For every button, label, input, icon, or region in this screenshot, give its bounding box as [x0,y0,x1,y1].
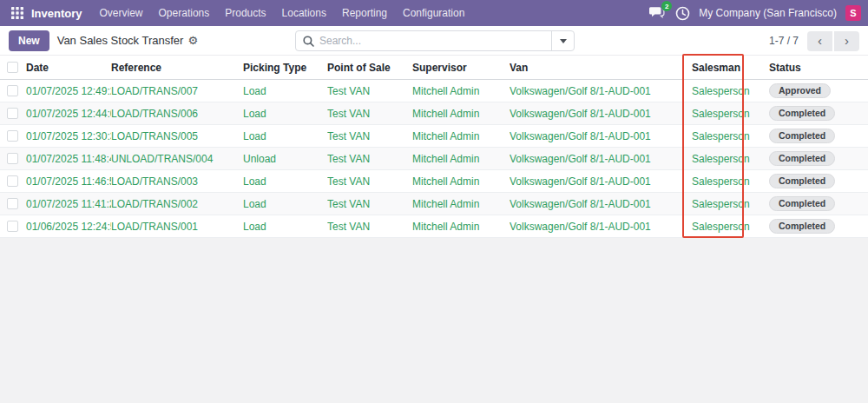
cell-supervisor: Mitchell Admin [412,85,510,97]
cell-status: Completed [755,196,868,211]
table-header-row: Date Reference Picking Type Point of Sal… [0,56,868,80]
cell-supervisor: Mitchell Admin [412,221,510,233]
apps-grid-icon[interactable] [7,3,28,23]
cell-supervisor: Mitchell Admin [412,108,510,120]
table-row[interactable]: 01/07/2025 11:48:44 UNLOAD/TRANS/004 Unl… [0,148,868,170]
row-check-cell [0,108,24,119]
cell-date: 01/07/2025 11:48:44 [24,153,111,165]
header-salesman[interactable]: Salesman [683,62,755,74]
page-title: Van Sales Stock Transfer [57,34,184,47]
cell-reference: UNLOAD/TRANS/004 [111,153,243,165]
row-check-cell [0,153,24,164]
row-checkbox[interactable] [7,130,18,142]
new-button[interactable]: New [9,30,49,51]
cell-point-of-sale: Test VAN [327,198,412,210]
cell-reference: LOAD/TRANS/005 [111,130,243,142]
cell-van: Volkswagen/Golf 8/1-AUD-001 [510,221,683,233]
cell-status: Completed [755,219,868,234]
row-checkbox[interactable] [7,198,18,209]
table-row[interactable]: 01/07/2025 12:44:06 LOAD/TRANS/006 Load … [0,102,868,125]
row-check-cell [0,221,24,232]
header-van[interactable]: Van [510,62,683,74]
cell-point-of-sale: Test VAN [327,85,412,97]
cell-salesman: Salesperson [683,175,755,188]
table-row[interactable]: 01/07/2025 11:46:54 LOAD/TRANS/003 Load … [0,170,868,193]
row-check-cell [0,175,24,187]
header-picking-type[interactable]: Picking Type [243,62,327,74]
cell-date: 01/06/2025 12:24:51 [24,221,111,233]
cell-reference: LOAD/TRANS/006 [111,108,243,120]
cell-status: Approved [755,83,868,98]
cell-salesman: Salesperson [683,198,755,210]
row-checkbox[interactable] [7,221,18,232]
cell-picking-type: Load [243,175,327,188]
pager-previous-button[interactable]: ‹ [807,31,832,51]
cell-reference: LOAD/TRANS/002 [111,198,243,210]
search-input[interactable] [319,35,551,47]
cell-status: Completed [755,129,868,143]
header-reference[interactable]: Reference [111,62,243,74]
nav-item-configuration[interactable]: Configuration [396,3,471,23]
inventory-app-page: Inventory Overview Operations Products L… [0,0,868,403]
cell-point-of-sale: Test VAN [327,153,412,165]
nav-item-overview[interactable]: Overview [93,3,150,23]
app-name[interactable]: Inventory [31,7,82,20]
cell-point-of-sale: Test VAN [327,130,412,142]
table-row[interactable]: 01/07/2025 11:41:26 LOAD/TRANS/002 Load … [0,193,868,215]
header-date[interactable]: Date [24,62,111,74]
table-row[interactable]: 01/07/2025 12:30:33 LOAD/TRANS/005 Load … [0,125,868,148]
nav-item-operations[interactable]: Operations [152,3,217,23]
search-dropdown-toggle[interactable] [551,31,574,50]
cell-salesman: Salesperson [683,153,755,165]
cell-reference: LOAD/TRANS/003 [111,175,243,188]
cell-date: 01/07/2025 11:41:26 [24,198,111,210]
cell-supervisor: Mitchell Admin [412,198,510,210]
status-badge: Completed [769,106,835,121]
status-badge: Approved [769,83,831,98]
row-check-cell [0,130,24,142]
cell-status: Completed [755,151,868,166]
cell-date: 01/07/2025 11:46:54 [24,175,111,188]
row-checkbox[interactable] [7,153,18,164]
cell-van: Volkswagen/Golf 8/1-AUD-001 [510,85,683,97]
cell-supervisor: Mitchell Admin [412,130,510,142]
header-supervisor[interactable]: Supervisor [412,62,510,74]
cell-van: Volkswagen/Golf 8/1-AUD-001 [510,198,683,210]
row-check-cell [0,198,24,209]
row-check-cell [0,85,24,96]
cell-date: 01/07/2025 12:44:06 [24,108,111,120]
table-row[interactable]: 01/06/2025 12:24:51 LOAD/TRANS/001 Load … [0,215,868,238]
activities-clock-icon[interactable] [675,6,690,21]
cell-salesman: Salesperson [683,85,755,97]
row-checkbox[interactable] [7,175,18,187]
pager-next-button[interactable]: › [834,31,859,51]
cell-salesman: Salesperson [683,130,755,142]
top-navbar: Inventory Overview Operations Products L… [0,0,868,26]
messages-icon[interactable]: 2 [649,5,667,21]
cell-supervisor: Mitchell Admin [412,153,510,165]
nav-item-reporting[interactable]: Reporting [335,3,394,23]
cell-picking-type: Load [243,198,327,210]
nav-item-products[interactable]: Products [218,3,273,23]
row-checkbox[interactable] [7,85,18,96]
list-view: Date Reference Picking Type Point of Sal… [0,56,868,238]
caret-down-icon [560,39,567,43]
select-all-checkbox[interactable] [7,62,18,73]
table-row[interactable]: 01/07/2025 12:49:24 LOAD/TRANS/007 Load … [0,80,868,102]
row-checkbox[interactable] [7,108,18,119]
cell-point-of-sale: Test VAN [327,175,412,188]
cell-status: Completed [755,106,868,121]
cell-reference: LOAD/TRANS/001 [111,221,243,233]
cell-salesman: Salesperson [683,221,755,233]
select-all-cell [0,62,24,73]
status-badge: Completed [769,196,835,211]
control-panel: New Van Sales Stock Transfer ⚙ 1-7 / 7 ‹… [0,26,868,56]
header-point-of-sale[interactable]: Point of Sale [327,62,412,74]
nav-item-locations[interactable]: Locations [275,3,333,23]
header-status[interactable]: Status [755,62,868,74]
gear-icon[interactable]: ⚙ [187,35,198,46]
cell-date: 01/07/2025 12:30:33 [24,130,111,142]
company-switcher[interactable]: My Company (San Francisco) [699,7,837,19]
user-avatar[interactable]: S [845,5,861,21]
pager-range: 1-7 / 7 [769,35,799,47]
